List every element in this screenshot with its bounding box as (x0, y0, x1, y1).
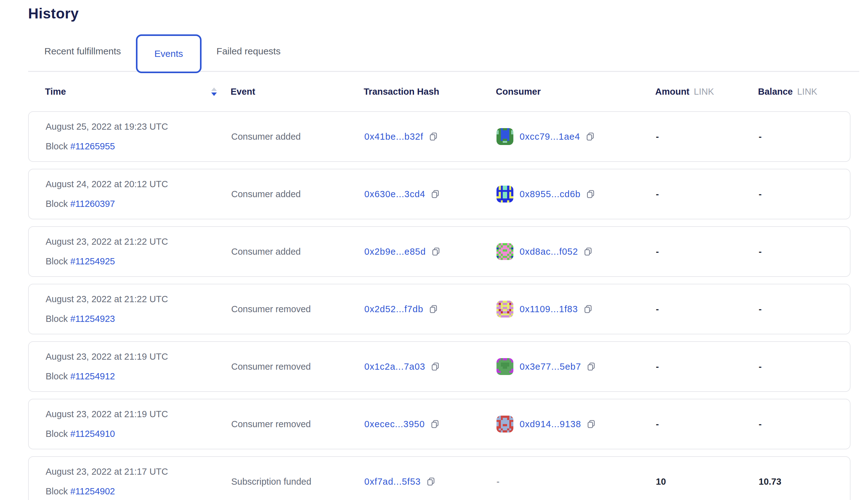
block-link[interactable]: #11254923 (70, 314, 115, 324)
transaction-hash-cell: 0x2b9e...e85d (364, 247, 496, 257)
copy-icon[interactable] (583, 304, 593, 314)
time-cell: August 23, 2022 at 21:22 UTC Block#11254… (46, 294, 231, 324)
transaction-hash-link[interactable]: 0xecec...3950 (364, 419, 425, 429)
amount-value: - (656, 362, 758, 372)
block-label: Block (46, 314, 68, 324)
block-label: Block (46, 199, 68, 209)
block-link[interactable]: #11254910 (70, 429, 115, 439)
transaction-hash-link[interactable]: 0x2d52...f7db (364, 304, 423, 314)
block-label: Block (46, 256, 68, 266)
consumer-address-link[interactable]: 0xd8ac...f052 (519, 247, 578, 257)
block-link[interactable]: #11260397 (70, 199, 115, 209)
time-cell: August 25, 2022 at 19:23 UTC Block#11265… (46, 122, 231, 151)
amount-unit-label: LINK (694, 87, 714, 97)
table-row: August 23, 2022 at 21:22 UTC Block#11254… (28, 226, 850, 277)
sort-desc-icon[interactable] (211, 88, 217, 96)
table-row: August 23, 2022 at 21:17 UTC Block#11254… (28, 456, 850, 500)
block-link[interactable]: #11254902 (70, 486, 115, 496)
balance-value: - (758, 247, 850, 257)
time-cell: August 23, 2022 at 21:22 UTC Block#11254… (46, 237, 231, 266)
copy-icon[interactable] (430, 419, 440, 429)
balance-value: - (758, 419, 850, 429)
block-line: Block#11260397 (46, 199, 231, 209)
block-link[interactable]: #11254925 (70, 256, 115, 266)
consumer-address-link[interactable]: 0x1109...1f83 (519, 304, 578, 314)
column-header-consumer: Consumer (496, 87, 655, 97)
copy-icon[interactable] (585, 132, 595, 141)
event-date: August 23, 2022 at 21:19 UTC (46, 352, 231, 362)
consumer-group: 0x1109...1f83 (496, 300, 593, 318)
copy-icon[interactable] (431, 247, 441, 257)
table-body: August 25, 2022 at 19:23 UTC Block#11265… (28, 111, 868, 500)
consumer-empty-value: - (496, 477, 500, 487)
transaction-hash-link[interactable]: 0x630e...3cd4 (364, 189, 425, 200)
consumer-address-link[interactable]: 0xd914...9138 (519, 419, 581, 429)
tab-recent-fulfillments[interactable]: Recent fulfillments (44, 46, 121, 57)
copy-icon[interactable] (430, 189, 440, 199)
table-row: August 24, 2022 at 20:12 UTC Block#11260… (28, 169, 850, 219)
table-header: Time Event Transaction Hash Consumer Amo… (28, 72, 850, 111)
transaction-hash-cell: 0x41be...b32f (364, 132, 496, 142)
block-label: Block (46, 486, 68, 496)
table-row: August 25, 2022 at 19:23 UTC Block#11265… (28, 111, 850, 162)
transaction-hash-link[interactable]: 0x2b9e...e85d (364, 247, 426, 257)
column-header-time[interactable]: Time (45, 87, 231, 97)
balance-value: - (758, 362, 850, 372)
copy-icon[interactable] (429, 132, 438, 141)
time-cell: August 23, 2022 at 21:17 UTC Block#11254… (46, 467, 231, 497)
consumer-group: 0xd8ac...f052 (496, 243, 593, 260)
column-header-time-label: Time (45, 87, 66, 97)
event-cell: Consumer added (231, 247, 364, 257)
consumer-group: 0xcc79...1ae4 (496, 128, 595, 145)
consumer-cell: 0x3e77...5eb7 (496, 358, 656, 375)
event-date: August 23, 2022 at 21:22 UTC (46, 294, 231, 304)
event-date: August 24, 2022 at 20:12 UTC (46, 179, 231, 189)
page-title: History (28, 5, 868, 22)
consumer-identicon (496, 128, 513, 145)
tab-bar: Recent fulfillments Events Failed reques… (28, 31, 859, 72)
event-cell: Subscription funded (231, 477, 364, 487)
block-link[interactable]: #11265955 (70, 141, 115, 151)
event-date: August 25, 2022 at 19:23 UTC (46, 122, 231, 132)
event-cell: Consumer removed (231, 419, 364, 429)
block-line: Block#11254910 (46, 429, 231, 439)
consumer-group: 0x3e77...5eb7 (496, 358, 596, 375)
copy-icon[interactable] (430, 362, 440, 372)
copy-icon[interactable] (426, 477, 436, 487)
transaction-hash-cell: 0xf7ad...5f53 (364, 477, 496, 487)
column-header-event: Event (231, 87, 364, 97)
event-date: August 23, 2022 at 21:22 UTC (46, 237, 231, 247)
copy-icon[interactable] (585, 189, 595, 199)
consumer-address-link[interactable]: 0xcc79...1ae4 (519, 132, 580, 142)
block-link[interactable]: #11254912 (70, 371, 115, 381)
table-row: August 23, 2022 at 21:19 UTC Block#11254… (28, 341, 850, 392)
copy-icon[interactable] (429, 304, 438, 314)
consumer-group: 0xd914...9138 (496, 416, 596, 432)
consumer-address-link[interactable]: 0x8955...cd6b (519, 189, 581, 200)
consumer-address-link[interactable]: 0x3e77...5eb7 (519, 362, 581, 372)
consumer-cell: 0xcc79...1ae4 (496, 128, 656, 145)
transaction-hash-link[interactable]: 0x41be...b32f (364, 132, 423, 142)
table-row: August 23, 2022 at 21:22 UTC Block#11254… (28, 284, 850, 334)
copy-icon[interactable] (583, 247, 593, 257)
amount-value: - (656, 419, 758, 429)
column-header-transaction-hash: Transaction Hash (364, 87, 496, 97)
block-line: Block#11254925 (46, 256, 231, 266)
consumer-cell: - (496, 477, 656, 487)
transaction-hash-link[interactable]: 0x1c2a...7a03 (364, 362, 425, 372)
column-header-amount: Amount LINK (655, 87, 758, 97)
event-cell: Consumer removed (231, 362, 364, 372)
tab-failed-requests[interactable]: Failed requests (217, 46, 281, 57)
balance-label: Balance (758, 87, 793, 97)
balance-value: 10.73 (758, 477, 850, 487)
tab-events[interactable]: Events (136, 34, 202, 73)
block-line: Block#11254902 (46, 486, 231, 497)
copy-icon[interactable] (586, 419, 596, 429)
balance-value: - (758, 189, 850, 200)
copy-icon[interactable] (586, 362, 596, 372)
time-cell: August 23, 2022 at 21:19 UTC Block#11254… (46, 352, 231, 382)
block-label: Block (46, 371, 68, 381)
transaction-hash-cell: 0x1c2a...7a03 (364, 362, 496, 372)
amount-label: Amount (655, 87, 689, 97)
transaction-hash-link[interactable]: 0xf7ad...5f53 (364, 477, 421, 487)
